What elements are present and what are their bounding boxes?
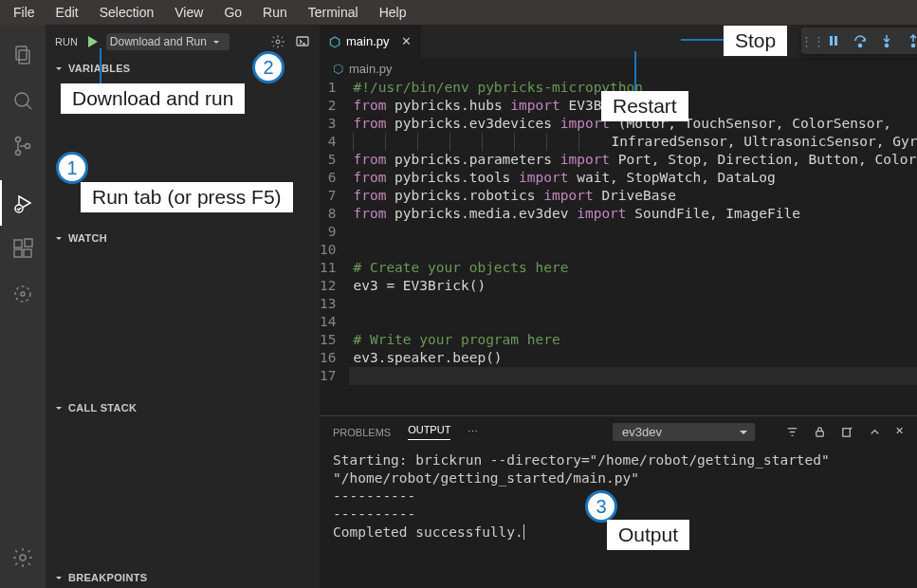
explorer-icon[interactable]: [0, 32, 46, 78]
extensions-icon[interactable]: [0, 226, 46, 271]
svg-line-3: [27, 104, 31, 109]
panel-tab-output[interactable]: OUTPUT: [408, 424, 450, 440]
debug-toolbar[interactable]: ⋮⋮: [801, 28, 917, 54]
svg-rect-17: [830, 36, 833, 46]
svg-point-20: [886, 45, 889, 47]
watch-header[interactable]: WATCH: [46, 228, 320, 248]
activity-bar: [0, 25, 46, 588]
svg-rect-8: [14, 240, 22, 248]
svg-rect-16: [297, 37, 308, 46]
panel-overflow-icon[interactable]: ⋯: [468, 426, 478, 438]
search-icon[interactable]: [0, 78, 46, 123]
annotation-line-restart: [634, 51, 636, 91]
svg-point-19: [859, 45, 862, 47]
python-file-icon: ⬡: [329, 34, 340, 49]
settings-gear-icon[interactable]: [0, 535, 46, 580]
gear-icon[interactable]: [270, 34, 285, 49]
menu-selection[interactable]: Selection: [90, 3, 164, 22]
menubar: FileEditSelectionViewGoRunTerminalHelp: [0, 0, 917, 25]
menu-view[interactable]: View: [165, 3, 212, 22]
run-config-select[interactable]: Download and Run: [106, 33, 229, 50]
run-label: RUN: [55, 36, 78, 47]
line-gutter: 1234567891011121314151617: [320, 79, 349, 415]
svg-point-4: [16, 138, 21, 142]
menu-go[interactable]: Go: [214, 3, 251, 22]
annotation-label-1: Run tab (or press F5): [81, 182, 293, 212]
annotation-num-1: 1: [56, 152, 88, 184]
svg-point-14: [20, 555, 26, 560]
menu-edit[interactable]: Edit: [46, 3, 88, 22]
svg-rect-18: [834, 36, 837, 46]
tab-label: main.py: [346, 34, 390, 48]
run-debug-icon[interactable]: [0, 180, 46, 226]
menu-run[interactable]: Run: [253, 3, 297, 22]
annotation-label-2: Download and run: [61, 83, 245, 114]
svg-rect-29: [843, 429, 851, 436]
breadcrumb[interactable]: ⬡ main.py: [320, 58, 917, 79]
svg-rect-9: [14, 249, 22, 257]
svg-point-21: [912, 45, 915, 47]
svg-point-15: [276, 40, 280, 44]
debug-console-icon[interactable]: [295, 34, 310, 49]
menu-help[interactable]: Help: [370, 3, 416, 22]
annotation-label-stop: Stop: [724, 26, 787, 56]
breakpoints-header[interactable]: BREAKPOINTS: [46, 567, 320, 588]
svg-point-13: [21, 292, 25, 296]
remote-icon[interactable]: [0, 271, 46, 317]
drag-grip-icon[interactable]: ⋮⋮: [805, 34, 820, 48]
chevron-up-icon[interactable]: [868, 425, 882, 439]
pause-button[interactable]: [820, 28, 847, 53]
start-debugging-button[interactable]: [83, 33, 101, 50]
svg-rect-0: [16, 46, 27, 60]
panel-tab-problems[interactable]: PROBLEMS: [333, 427, 391, 438]
svg-rect-1: [19, 50, 29, 64]
tab-mainpy[interactable]: ⬡ main.py ✕: [320, 25, 421, 58]
clear-icon[interactable]: [840, 425, 854, 439]
bottom-panel: PROBLEMS OUTPUT ⋯ ev3dev ✕ Starting: bri…: [320, 415, 917, 588]
annotation-label-restart: Restart: [601, 91, 688, 121]
svg-rect-11: [25, 239, 32, 247]
step-over-button[interactable]: [847, 28, 873, 53]
lock-icon[interactable]: [813, 425, 827, 439]
annotation-num-3: 3: [585, 490, 617, 523]
output-channel-select[interactable]: ev3dev: [613, 423, 755, 441]
step-into-button[interactable]: [873, 28, 900, 53]
svg-point-6: [26, 144, 30, 149]
tab-bar: ⬡ main.py ✕ ⋮⋮ ⋯: [320, 25, 917, 58]
run-config-label: Download and Run: [110, 35, 207, 48]
svg-rect-10: [24, 249, 31, 257]
svg-rect-28: [816, 432, 824, 437]
menu-terminal[interactable]: Terminal: [299, 3, 368, 22]
close-panel-icon[interactable]: ✕: [895, 425, 904, 439]
svg-point-2: [15, 93, 28, 106]
step-out-button[interactable]: [900, 28, 917, 53]
annotation-label-3: Output: [607, 520, 689, 550]
filter-icon[interactable]: [785, 425, 799, 439]
close-icon[interactable]: ✕: [401, 34, 412, 48]
code-editor[interactable]: 1234567891011121314151617 #!/usr/bin/env…: [320, 79, 917, 415]
svg-point-5: [16, 151, 21, 156]
annotation-line-stop: [681, 39, 724, 41]
menu-file[interactable]: File: [4, 3, 45, 22]
callstack-header[interactable]: CALL STACK: [46, 397, 320, 418]
source-control-icon[interactable]: [0, 123, 46, 169]
svg-point-12: [15, 286, 30, 302]
output-body[interactable]: Starting: brickrun --directory="/home/ro…: [320, 448, 917, 588]
annotation-line-2: [100, 48, 101, 83]
annotation-num-2: 2: [252, 51, 284, 83]
